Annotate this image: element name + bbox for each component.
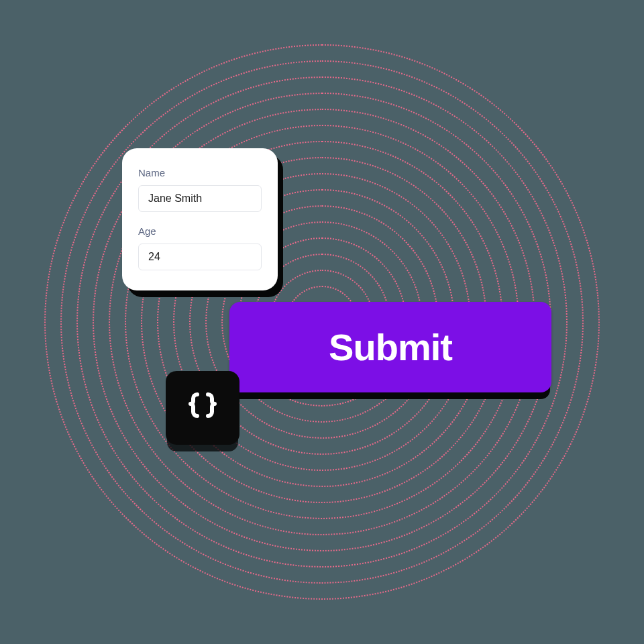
submit-button[interactable]: Submit [229, 302, 551, 392]
form-card: Name Age [122, 148, 278, 290]
code-tile [166, 371, 239, 445]
age-label: Age [138, 225, 262, 237]
braces-icon [186, 390, 219, 425]
submit-button-label: Submit [329, 325, 452, 369]
age-field-group: Age [138, 225, 262, 270]
age-input[interactable] [138, 244, 262, 270]
name-label: Name [138, 167, 262, 178]
name-field-group: Name [138, 167, 262, 212]
name-input[interactable] [138, 185, 262, 212]
